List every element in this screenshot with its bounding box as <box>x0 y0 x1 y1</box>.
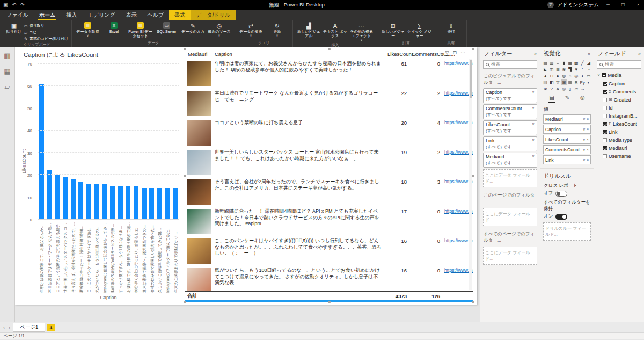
viz-icon-stacked-column-chart[interactable]: ▥ <box>549 60 555 66</box>
ribbon-tab-2[interactable]: ホーム <box>34 10 61 20</box>
resize-handle[interactable] <box>328 301 331 303</box>
viz-icon-r-script-visual[interactable]: R <box>574 79 580 85</box>
resize-handle[interactable] <box>184 175 186 177</box>
field-well[interactable]: CommentsCount∨× <box>543 145 591 154</box>
remove-icon[interactable]: × <box>587 117 589 121</box>
viz-icon-slicer[interactable]: ▽ <box>555 79 561 85</box>
column-header-likescount[interactable]: LikesCount▼ <box>385 49 409 59</box>
viz-icon-qna[interactable]: ? <box>549 86 555 92</box>
field-item[interactable]: Caption <box>594 79 644 88</box>
viz-icon-gauge[interactable]: ◖ <box>580 73 586 79</box>
bar[interactable] <box>173 188 178 219</box>
text-box-button[interactable]: Aテキスト ボックス <box>323 22 347 38</box>
remove-icon[interactable]: × <box>587 138 589 141</box>
viz-icon-table[interactable]: ⊞ <box>561 79 567 85</box>
viz-icon-stacked-bar-chart[interactable]: ▤ <box>543 60 548 66</box>
bar[interactable] <box>110 186 115 219</box>
viz-icon-map[interactable]: ● <box>555 73 561 79</box>
link-cell[interactable]: https://www.instagram.com/p <box>443 236 473 266</box>
bar[interactable] <box>47 170 52 219</box>
report-view-icon[interactable]: ▥ <box>4 52 10 60</box>
ribbon-tab-3[interactable]: 挿入 <box>61 10 82 20</box>
field-item[interactable]: Mediaurl <box>594 144 644 152</box>
bar[interactable] <box>126 186 130 219</box>
field-checkbox[interactable] <box>603 122 607 126</box>
bar[interactable] <box>134 186 138 219</box>
field-checkbox[interactable] <box>603 146 607 150</box>
bar[interactable] <box>63 177 68 219</box>
viz-icon-matrix[interactable]: ▦ <box>567 79 573 85</box>
data-view-icon[interactable]: ▦ <box>4 67 10 75</box>
table-row[interactable]: こ、このパンケーキはヤバイすぎ((((；ﾟД))))) いつも行列してるなら、ど… <box>185 236 473 266</box>
resize-handle[interactable] <box>328 48 331 50</box>
report-page[interactable]: Caption による LikesCount LikesCount 010203… <box>15 47 477 305</box>
viz-icon-azure-map[interactable]: ◎ <box>574 73 580 79</box>
viz-icon-clustered-bar-chart[interactable]: ≡ <box>555 60 561 66</box>
field-checkbox[interactable] <box>603 154 607 158</box>
bar[interactable] <box>142 188 147 219</box>
refresh-button[interactable]: ↻更新∨ <box>265 22 289 38</box>
filter-funnel-icon[interactable]: ▽ <box>445 50 449 55</box>
bar[interactable] <box>86 184 91 219</box>
undo-icon[interactable]: ↶ <box>12 2 17 8</box>
filter-drop-area[interactable]: ここにデータ フィールド... <box>483 208 537 226</box>
focus-mode-icon[interactable]: ⊡ <box>452 50 457 55</box>
ribbon-tab-5[interactable]: 表示 <box>121 10 142 20</box>
viz-icon-clustered-column-chart[interactable]: ▮ <box>561 60 567 66</box>
paste-button[interactable]: ▣ 貼り付け <box>5 22 23 34</box>
resize-handle[interactable] <box>472 175 474 177</box>
table-row[interactable]: 新幹線隣に合った一！ 滞在時間4時間ほど？ API x PM とても充実したイベ… <box>185 207 473 236</box>
viz-icon-pie-chart[interactable]: ◔ <box>586 67 592 73</box>
field-checkbox[interactable] <box>603 138 607 142</box>
collapse-pane-icon[interactable]: » <box>638 51 641 56</box>
viz-icon-python-visual[interactable]: Py <box>580 79 586 85</box>
bar[interactable] <box>149 188 154 219</box>
filter-card[interactable]: Link∨(すべて) です <box>483 136 537 151</box>
page-tab[interactable]: ページ1 <box>13 323 45 332</box>
field-item[interactable]: ΣLikesCount <box>594 120 644 128</box>
viz-icon-card[interactable]: ▭ <box>586 73 592 79</box>
save-icon[interactable]: ▣ <box>3 2 8 8</box>
bar[interactable] <box>55 175 60 219</box>
model-view-icon[interactable]: ▱ <box>5 83 10 91</box>
column-header-commentscount[interactable]: CommentsCount <box>409 49 443 59</box>
account-name[interactable]: アドミンシステム <box>557 2 599 9</box>
fields-search-input[interactable]: 検索 <box>597 60 641 69</box>
field-item[interactable]: InstagramB... <box>594 112 644 120</box>
table-visual[interactable]: ▽ ⊡ ⋯ MediaurlCaptionLikesCount▼Comments… <box>185 49 473 302</box>
bar-chart-visual[interactable]: Caption による LikesCount LikesCount 010203… <box>19 49 184 301</box>
bar[interactable] <box>102 184 107 219</box>
field-checkbox[interactable] <box>603 106 607 110</box>
get-data-button[interactable]: ▦データを取得∨ <box>75 22 100 38</box>
field-checkbox[interactable] <box>603 90 607 94</box>
viz-icon-area-chart[interactable]: ◢ <box>586 60 592 66</box>
viz-icon-smart-narrative[interactable]: A <box>555 86 561 92</box>
quick-measure-button[interactable]: ∑クイック メジャー <box>407 22 431 38</box>
close-button[interactable]: × <box>632 0 644 10</box>
link-cell[interactable]: https://www.instagram.com/p <box>443 266 473 291</box>
table-row[interactable]: 世界一美しいらしいスターバックス コーヒー 富山冠水公園店にも行って来ました！！… <box>185 148 473 177</box>
column-header-mediaurl[interactable]: Mediaurl <box>185 49 212 59</box>
viz-icon-key-influencers[interactable]: ◐ <box>586 79 592 85</box>
analytics-tab-icon[interactable]: ◎ <box>579 95 586 103</box>
field-item[interactable]: Link <box>594 128 644 136</box>
bar[interactable] <box>94 184 99 219</box>
more-options-icon[interactable]: ⋯ <box>460 50 465 55</box>
keep-all-filters-toggle[interactable] <box>555 214 567 220</box>
viz-icon-100-stacked-bar-chart[interactable]: ▦ <box>567 60 573 66</box>
viz-icon-donut-chart[interactable]: ◕ <box>543 73 548 79</box>
remove-icon[interactable]: × <box>587 158 589 162</box>
resize-handle[interactable] <box>184 301 186 303</box>
filter-card[interactable]: CommentsCount∨(すべて) です <box>483 104 537 119</box>
publish-button[interactable]: ⇧発行 <box>438 22 463 34</box>
table-checkbox[interactable] <box>602 73 606 77</box>
ribbon-tab-1[interactable]: ファイル <box>1 10 34 20</box>
field-item[interactable]: Username <box>594 152 644 160</box>
ribbon-tab-8[interactable]: データ/ドリル <box>191 10 236 20</box>
link-cell[interactable]: https://www.instagram.com/p <box>443 177 473 207</box>
redo-icon[interactable]: ↷ <box>20 2 25 8</box>
power-bi-datasets-button[interactable]: ▦Power BI データセット <box>128 22 152 38</box>
viz-icon-ribbon-chart[interactable]: ≋ <box>561 67 567 73</box>
ribbon-tab-4[interactable]: モデリング <box>82 10 120 20</box>
filter-card[interactable]: Mediaurl∨(すべて) です <box>483 153 537 168</box>
